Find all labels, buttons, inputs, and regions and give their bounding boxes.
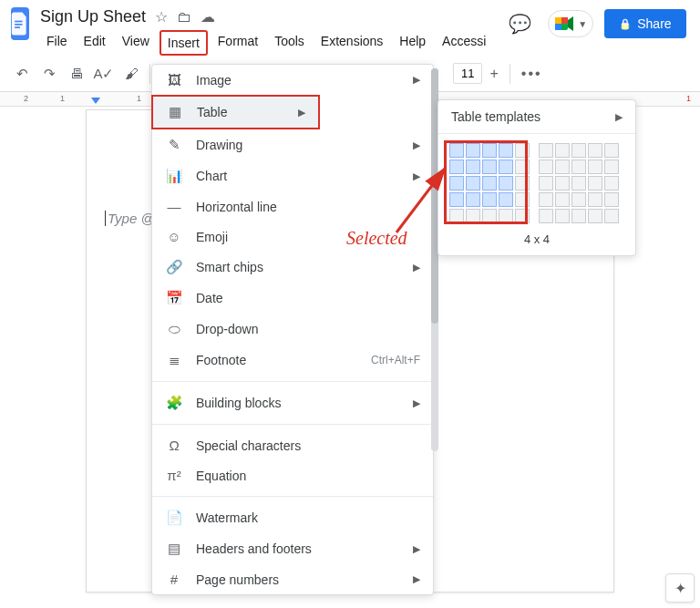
menubar-insert[interactable]: Insert <box>160 30 208 56</box>
menu-horizontal-line[interactable]: —Horizontal line <box>152 191 433 222</box>
grid-cell[interactable] <box>466 143 480 158</box>
print-button[interactable]: 🖶 <box>64 61 89 87</box>
table-size-grid[interactable] <box>449 143 530 223</box>
doc-title[interactable]: Sign Up Sheet <box>40 7 146 26</box>
grid-cell[interactable] <box>555 143 570 158</box>
grid-cell[interactable] <box>555 209 570 223</box>
menu-item-label: Equation <box>196 469 420 483</box>
spellcheck-button[interactable]: A✓ <box>91 61 117 87</box>
docs-logo[interactable] <box>11 7 29 40</box>
menu-drawing[interactable]: ✎Drawing▶ <box>152 129 433 160</box>
chevron-right-icon: ▶ <box>413 139 420 151</box>
equation-icon: π² <box>165 468 183 483</box>
meet-button[interactable]: ▼ <box>548 10 593 37</box>
grid-cell[interactable] <box>539 192 553 207</box>
table-size-grid-spill[interactable] <box>539 143 619 223</box>
toolbar-more[interactable]: ••• <box>516 66 548 82</box>
menubar-view[interactable]: View <box>116 30 156 56</box>
grid-cell[interactable] <box>482 192 497 207</box>
grid-cell[interactable] <box>539 209 553 223</box>
undo-button[interactable]: ↶ <box>9 61 35 87</box>
grid-cell[interactable] <box>588 209 602 223</box>
grid-cell[interactable] <box>555 176 570 191</box>
explore-button[interactable]: ✦ <box>665 573 695 603</box>
grid-cell[interactable] <box>588 160 602 174</box>
menu-item-label: Footnote <box>196 353 358 367</box>
building-blocks-icon: 🧩 <box>165 395 183 411</box>
grid-cell[interactable] <box>604 143 619 158</box>
grid-cell[interactable] <box>515 192 530 207</box>
grid-cell[interactable] <box>604 192 619 207</box>
menu-headers-and-footers[interactable]: ▤Headers and footers▶ <box>152 533 433 564</box>
grid-cell[interactable] <box>571 176 586 191</box>
menubar-file[interactable]: File <box>40 30 74 56</box>
grid-cell[interactable] <box>499 176 513 191</box>
grid-cell[interactable] <box>571 209 586 223</box>
menu-equation[interactable]: π²Equation <box>152 460 433 490</box>
menubar-edit[interactable]: Edit <box>77 30 112 56</box>
menubar-accessi[interactable]: Accessi <box>436 30 492 56</box>
paint-format-button[interactable]: 🖌 <box>118 61 144 87</box>
menu-watermark[interactable]: 📄Watermark <box>152 502 433 533</box>
grid-cell[interactable] <box>482 209 497 223</box>
menu-item-label: Page numbers <box>196 572 400 587</box>
menubar-extensions[interactable]: Extensions <box>314 30 389 56</box>
menu-item-label: Building blocks <box>196 396 400 410</box>
menu-building-blocks[interactable]: 🧩Building blocks▶ <box>152 387 433 418</box>
menubar-help[interactable]: Help <box>393 30 432 56</box>
chart-icon: 📊 <box>165 168 183 184</box>
grid-cell[interactable] <box>588 176 602 191</box>
grid-cell[interactable] <box>466 192 480 207</box>
indent-marker[interactable] <box>91 98 100 104</box>
grid-cell[interactable] <box>515 143 530 158</box>
menu-drop-down[interactable]: ⬭Drop-down <box>152 314 433 345</box>
redo-button[interactable]: ↷ <box>36 61 62 87</box>
menu-table[interactable]: ▦Table▶ <box>151 95 320 129</box>
move-icon[interactable]: 🗀 <box>177 9 191 26</box>
grid-cell[interactable] <box>604 209 619 223</box>
grid-cell[interactable] <box>515 176 530 191</box>
menu-smart-chips[interactable]: 🔗Smart chips▶ <box>152 252 433 283</box>
grid-cell[interactable] <box>571 160 586 174</box>
grid-cell[interactable] <box>515 160 530 174</box>
grid-cell[interactable] <box>499 160 513 174</box>
grid-cell[interactable] <box>499 192 513 207</box>
menu-chart[interactable]: 📊Chart▶ <box>152 160 433 191</box>
menu-footnote[interactable]: ≣FootnoteCtrl+Alt+F <box>152 345 433 376</box>
grid-cell[interactable] <box>555 160 570 174</box>
grid-cell[interactable] <box>466 176 480 191</box>
grid-cell[interactable] <box>555 192 570 207</box>
grid-cell[interactable] <box>515 209 530 223</box>
grid-cell[interactable] <box>604 176 619 191</box>
app-header: Sign Up Sheet ☆ 🗀 ☁ FileEditViewInsertFo… <box>0 0 700 56</box>
table-templates-item[interactable]: Table templates ▶ <box>438 100 635 133</box>
grid-cell[interactable] <box>539 143 553 158</box>
comments-icon[interactable]: 💬 <box>503 7 537 40</box>
grid-cell[interactable] <box>571 192 586 207</box>
menu-date[interactable]: 📅Date <box>152 283 433 314</box>
font-size-input[interactable]: 11 <box>453 63 482 84</box>
font-size-increase[interactable]: + <box>484 66 503 82</box>
grid-cell[interactable] <box>588 143 602 158</box>
grid-cell[interactable] <box>539 160 553 174</box>
grid-cell[interactable] <box>604 160 619 174</box>
grid-cell[interactable] <box>539 176 553 191</box>
menu-image[interactable]: 🖼Image▶ <box>152 65 433 95</box>
menubar-format[interactable]: Format <box>211 30 264 56</box>
share-button[interactable]: Share <box>604 9 685 38</box>
grid-cell[interactable] <box>482 143 497 158</box>
horizontal-line-icon: — <box>165 199 183 214</box>
cloud-status-icon[interactable]: ☁ <box>201 8 215 26</box>
grid-cell[interactable] <box>571 143 586 158</box>
menu-special-characters[interactable]: ΩSpecial characters <box>152 430 433 460</box>
star-icon[interactable]: ☆ <box>155 8 168 26</box>
grid-cell[interactable] <box>482 160 497 174</box>
menubar-tools[interactable]: Tools <box>268 30 311 56</box>
grid-cell[interactable] <box>499 143 513 158</box>
grid-cell[interactable] <box>482 176 497 191</box>
grid-cell[interactable] <box>466 160 480 174</box>
grid-cell[interactable] <box>466 209 480 223</box>
menu-page-numbers[interactable]: #Page numbers▶ <box>152 564 433 594</box>
grid-cell[interactable] <box>588 192 602 207</box>
grid-cell[interactable] <box>499 209 513 223</box>
